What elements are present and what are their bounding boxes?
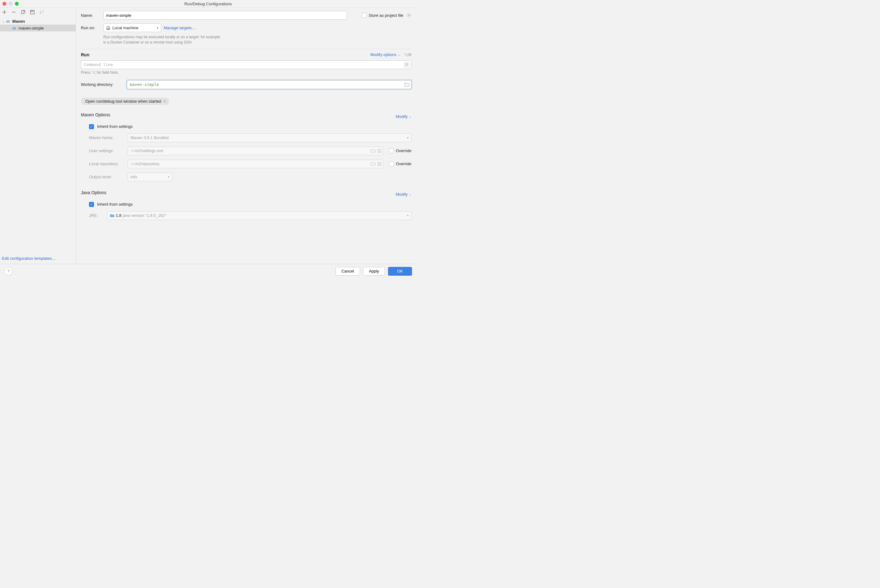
save-config-icon[interactable] <box>30 10 35 15</box>
user-settings-label: User settings: <box>89 148 125 153</box>
copy-config-icon[interactable] <box>21 10 26 15</box>
folder-icon <box>110 214 114 218</box>
chevron-down-icon: ⌄ <box>409 193 411 196</box>
edit-templates-link[interactable]: Edit configuration templates… <box>2 256 56 261</box>
jre-value: 1.8 <box>116 213 122 218</box>
help-button[interactable]: ? <box>5 267 12 275</box>
jre-select: 1.8 java version "1.8.0_162" ▾ <box>107 211 411 220</box>
jre-label: JRE: <box>89 213 104 218</box>
modify-options-link[interactable]: Modify options <box>370 52 396 57</box>
open-tool-window-chip[interactable]: Open run/debug tool window when started … <box>81 98 169 105</box>
local-repo-override-checkbox[interactable] <box>389 162 394 166</box>
maven-icon: m <box>12 26 16 30</box>
maven-home-value: Maven 3.8.1 Bundled <box>131 135 169 140</box>
output-level-value: Info <box>131 174 137 179</box>
maven-inherit-label: Inherit from settings <box>97 124 132 129</box>
tree-root-label: Maven <box>12 19 25 24</box>
browse-folder-icon <box>371 149 375 153</box>
chevron-down-icon: ▾ <box>168 175 170 178</box>
list-icon <box>377 149 381 153</box>
java-modify-link[interactable]: Modify <box>396 192 408 196</box>
chip-close-icon[interactable]: × <box>164 99 166 104</box>
expand-field-icon[interactable] <box>404 62 410 68</box>
sidebar: ⌄ m Maven m maven-simple Edit configurat… <box>0 8 76 264</box>
runon-label: Run on: <box>81 26 101 30</box>
chevron-down-icon: ⌄ <box>2 20 5 23</box>
name-input[interactable] <box>103 11 347 20</box>
manage-targets-link[interactable]: Manage targets… <box>164 26 196 30</box>
title-bar: Run/Debug Configurations <box>0 0 416 8</box>
browse-folder-icon <box>371 162 375 166</box>
tree-item-maven-simple[interactable]: m maven-simple <box>0 25 76 32</box>
ok-button[interactable]: OK <box>388 267 412 276</box>
browse-folder-icon[interactable] <box>404 82 410 87</box>
local-repo-label: Local repository: <box>89 162 125 166</box>
output-level-label: Output level: <box>89 174 125 179</box>
command-hint: Press ⌥ for field hints <box>81 70 411 75</box>
runon-select[interactable]: Local machine ▾ <box>103 23 161 32</box>
maven-options-title: Maven Options <box>81 112 110 117</box>
jre-description: java version "1.8.0_162" <box>123 213 166 218</box>
runon-value: Local machine <box>112 26 138 30</box>
svg-rect-0 <box>21 10 24 14</box>
dialog-footer: ? Cancel Apply OK <box>0 264 416 278</box>
store-as-project-file-label: Store as project file <box>369 13 403 18</box>
apply-button[interactable]: Apply <box>363 267 385 276</box>
tree-root-maven[interactable]: ⌄ m Maven <box>0 18 76 25</box>
override-label: Override <box>396 162 411 166</box>
java-options-title: Java Options <box>81 190 107 195</box>
content-panel: Name: Store as project file Run on: Loca… <box>76 8 416 264</box>
output-level-select: Info ▾ <box>128 172 173 182</box>
add-config-icon[interactable] <box>2 10 7 15</box>
separator <box>81 49 411 49</box>
java-inherit-checkbox[interactable] <box>89 202 94 207</box>
local-repo-value: ~/.m2/repository <box>131 162 160 166</box>
user-settings-value: ~/.m2/settings.xml <box>131 148 163 153</box>
config-tree: ⌄ m Maven m maven-simple <box>0 16 76 254</box>
chevron-down-icon: ⌄ <box>409 115 411 118</box>
close-window-button[interactable] <box>3 2 6 6</box>
sidebar-toolbar <box>0 8 76 16</box>
tree-item-label: maven-simple <box>19 26 44 30</box>
command-line-input[interactable] <box>81 60 411 69</box>
list-icon <box>377 162 381 166</box>
runon-help-text: Run configurations may be executed local… <box>103 34 411 45</box>
modify-options-shortcut: ⌥M <box>404 52 411 57</box>
chevron-down-icon: ▾ <box>407 136 408 140</box>
sort-config-icon[interactable] <box>39 10 44 15</box>
user-settings-override-checkbox[interactable] <box>389 148 394 153</box>
chevron-down-icon: ⌄ <box>398 53 400 56</box>
maximize-window-button[interactable] <box>15 2 19 6</box>
window-title: Run/Debug Configurations <box>0 2 416 6</box>
svg-point-1 <box>408 15 410 16</box>
java-inherit-label: Inherit from settings <box>97 202 132 207</box>
chevron-down-icon: ▾ <box>157 26 158 30</box>
working-dir-label: Working directory: <box>81 82 124 87</box>
local-repo-field: ~/.m2/repository <box>128 160 383 168</box>
gear-icon[interactable] <box>406 13 411 18</box>
minimize-window-button[interactable] <box>9 2 12 6</box>
user-settings-field: ~/.m2/settings.xml <box>128 147 383 155</box>
chevron-down-icon: ▾ <box>407 214 408 217</box>
chip-label: Open run/debug tool window when started <box>85 99 161 104</box>
maven-modify-link[interactable]: Modify <box>396 114 408 119</box>
store-as-project-file-checkbox[interactable] <box>362 13 367 18</box>
maven-home-label: Maven home: <box>89 135 125 140</box>
override-label: Override <box>396 148 411 153</box>
maven-home-select: Maven 3.8.1 Bundled ▾ <box>128 134 411 142</box>
run-section-title: Run <box>81 52 89 57</box>
working-dir-input[interactable] <box>127 80 411 89</box>
cancel-button[interactable]: Cancel <box>335 267 360 276</box>
maven-inherit-checkbox[interactable] <box>89 124 94 129</box>
name-label: Name: <box>81 13 101 18</box>
home-icon <box>106 26 110 30</box>
maven-icon: m <box>6 19 10 24</box>
remove-config-icon[interactable] <box>11 10 16 15</box>
